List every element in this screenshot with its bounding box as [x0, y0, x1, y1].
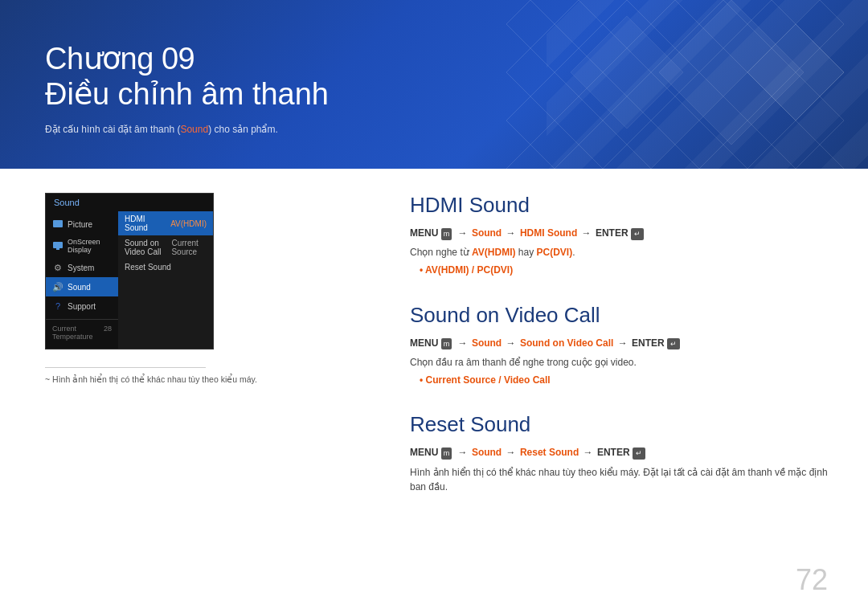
arrow-3: → — [582, 227, 594, 239]
sound-icon: 🔊 — [52, 281, 63, 292]
enter-icon-3: ↵ — [633, 447, 645, 459]
sound-link-2: Sound — [472, 337, 502, 349]
sound-link-3: Sound — [472, 447, 502, 458]
section-reset-sound: Reset Sound MENU m → Sound → Reset Sound… — [410, 412, 836, 493]
menu-icon-3: m — [441, 447, 452, 459]
menu-left-nav: Picture OnScreen Display ⚙ System 🔊 — [46, 211, 118, 349]
onscreen-icon — [52, 240, 63, 251]
enter-label-2: ENTER — [632, 337, 665, 349]
arrow-2: → — [506, 227, 518, 239]
reset-sound-title: Reset Sound — [410, 412, 836, 437]
reset-sound-desc: Hình ảnh hiển thị có thể khác nhau tùy t… — [410, 465, 836, 494]
svg-rect-6 — [53, 242, 63, 248]
video-call-value: Current Source — [171, 239, 207, 256]
help-icon: ? — [52, 300, 63, 312]
menu-item-onscreen: OnScreen Display — [46, 234, 118, 258]
svg-rect-5 — [53, 220, 63, 227]
diamond-pattern-decoration — [506, 0, 844, 169]
menu-right-hdmi: HDMI Sound AV(HDMI) — [118, 211, 213, 235]
menu-path-prefix-3: MENU — [410, 447, 438, 458]
arrow-4: → — [458, 337, 470, 349]
menu-right-video-call: Sound on Video Call Current Source — [118, 235, 213, 260]
current-temp-value: 28 — [104, 325, 112, 341]
menu-sidebar: Picture OnScreen Display ⚙ System 🔊 — [46, 211, 213, 349]
footnote-divider — [45, 367, 206, 368]
subtitle-suffix: ) cho sản phẩm. — [208, 124, 278, 135]
main-content: Sound Picture OnScreen Displa — [0, 169, 868, 613]
menu-header-text: Sound — [54, 198, 80, 207]
menu-item-picture: Picture — [46, 215, 118, 234]
footnote-text: ~ Hình ảnh hiển thị có thể khác nhau tùy… — [45, 374, 370, 384]
enter-label-3: ENTER — [597, 447, 630, 458]
hdmi-sound-desc: Chọn nghe từ AV(HDMI) hay PC(DVI). — [410, 245, 836, 260]
current-temp-label: Current Temperature — [52, 325, 104, 341]
sound-video-call-link: Sound on Video Call — [520, 337, 613, 349]
menu-right-panel: HDMI Sound AV(HDMI) Sound on Video Call … — [118, 211, 213, 349]
menu-item-sound-label: Sound — [68, 283, 91, 292]
subtitle-highlight: Sound — [180, 124, 208, 135]
hdmi-sound-link: HDMI Sound — [520, 227, 577, 239]
hdmi-sound-label: HDMI Sound — [125, 215, 170, 232]
section-sound-video-call: Sound on Video Call MENU m → Sound → Sou… — [410, 303, 836, 389]
enter-icon-2: ↵ — [667, 338, 680, 349]
menu-right-reset: Reset Sound — [118, 260, 213, 275]
hdmi-sound-bullet: AV(HDMI) / PC(DVI) — [420, 263, 836, 278]
menu-header-label: Sound — [46, 194, 213, 211]
arrow-7: → — [458, 447, 470, 458]
hdmi-sound-value: AV(HDMI) — [170, 219, 207, 228]
arrow-5: → — [506, 337, 518, 349]
pc-dvi-link: PC(DVI) — [537, 247, 573, 258]
sound-video-call-bullet: Current Source / Video Call — [420, 373, 836, 388]
arrow-6: → — [618, 337, 630, 349]
menu-item-support-label: Support — [68, 302, 96, 311]
enter-icon-1: ↵ — [631, 228, 644, 239]
menu-item-support: ? Support — [46, 296, 118, 316]
section-hdmi-sound: HDMI Sound MENU m → Sound → HDMI Sound →… — [410, 193, 836, 279]
enter-label-1: ENTER — [596, 227, 628, 239]
hdmi-sound-title: HDMI Sound — [410, 193, 836, 218]
menu-item-picture-label: Picture — [68, 220, 92, 229]
picture-icon — [52, 219, 63, 230]
reset-sound-label: Reset Sound — [125, 263, 171, 272]
reset-sound-link: Reset Sound — [520, 447, 579, 458]
menu-icon-1: m — [441, 228, 452, 239]
gear-icon: ⚙ — [52, 262, 63, 273]
sound-video-call-title: Sound on Video Call — [410, 303, 836, 328]
right-panel: HDMI Sound MENU m → Sound → HDMI Sound →… — [370, 193, 868, 613]
av-hdmi-link: AV(HDMI) — [472, 247, 515, 258]
menu-path-prefix-2: MENU — [410, 337, 438, 349]
svg-rect-7 — [56, 248, 59, 250]
arrow-9: → — [583, 447, 596, 458]
header-banner: Chương 09 Điều chỉnh âm thanh Đặt cấu hì… — [0, 0, 868, 169]
menu-item-sound: 🔊 Sound — [46, 277, 118, 296]
menu-screenshot: Sound Picture OnScreen Displa — [45, 193, 214, 349]
sound-video-call-desc: Chọn đầu ra âm thanh để nghe trong cuộc … — [410, 355, 836, 370]
page-number: 72 — [796, 563, 828, 597]
menu-path-prefix-1: MENU — [410, 227, 438, 239]
sound-link-1: Sound — [472, 227, 502, 239]
left-panel: Sound Picture OnScreen Displa — [0, 193, 370, 613]
arrow-8: → — [506, 447, 518, 458]
arrow-1: → — [458, 227, 470, 239]
subtitle-prefix: Đặt cấu hình cài đặt âm thanh ( — [45, 124, 180, 135]
menu-item-system-label: System — [68, 264, 94, 272]
menu-item-system: ⚙ System — [46, 258, 118, 277]
reset-sound-menu-path: MENU m → Sound → Reset Sound → ENTER ↵ — [410, 445, 836, 460]
hdmi-sound-menu-path: MENU m → Sound → HDMI Sound → ENTER ↵ — [410, 226, 836, 241]
menu-item-onscreen-label: OnScreen Display — [68, 238, 112, 254]
menu-icon-2: m — [441, 338, 452, 349]
video-call-label: Sound on Video Call — [125, 239, 171, 256]
sound-video-call-menu-path: MENU m → Sound → Sound on Video Call → E… — [410, 336, 836, 351]
